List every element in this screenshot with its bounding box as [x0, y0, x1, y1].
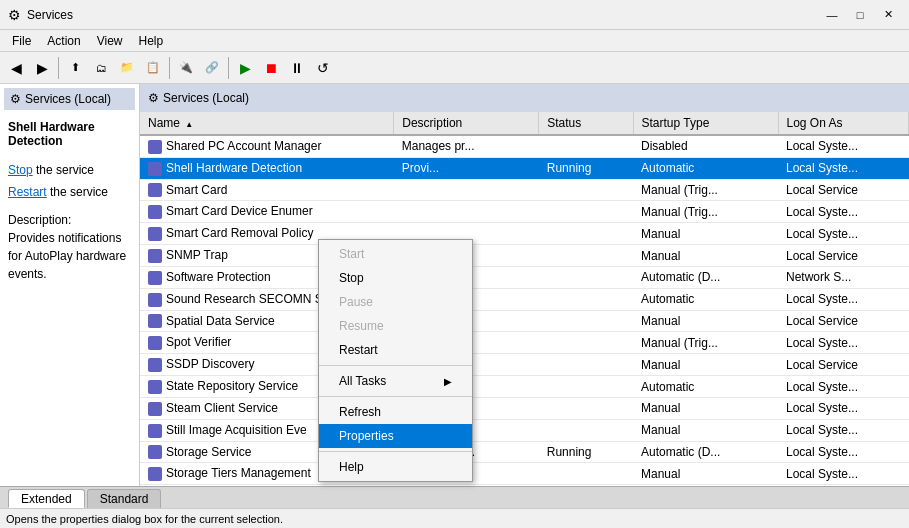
- restart-link[interactable]: Restart: [8, 185, 47, 199]
- title-left: ⚙ Services: [8, 7, 73, 23]
- table-row[interactable]: Smart CardManual (Trig...Local Service: [140, 179, 909, 201]
- table-row[interactable]: Sound Research SECOMN SAutomaticLocal Sy…: [140, 288, 909, 310]
- ctx-item-all-tasks[interactable]: All Tasks▶: [319, 369, 472, 393]
- cell-startup: Manual: [633, 354, 778, 376]
- tb-forward[interactable]: ▶: [30, 56, 54, 80]
- cell-startup: Automatic: [633, 288, 778, 310]
- cell-name: Shared PC Account Manager: [140, 135, 394, 157]
- stop-link[interactable]: Stop: [8, 163, 33, 177]
- tab-extended[interactable]: Extended: [8, 489, 85, 508]
- ctx-item-label: Start: [339, 247, 364, 261]
- table-row[interactable]: Storage ServiceProvides en...RunningAuto…: [140, 441, 909, 463]
- table-row[interactable]: SSDP DiscoveryManualLocal Service: [140, 354, 909, 376]
- ctx-item-label: Restart: [339, 343, 378, 357]
- cell-logon: Local Service: [778, 354, 909, 376]
- table-row[interactable]: Smart Card Removal PolicyManualLocal Sys…: [140, 223, 909, 245]
- tb-disconnect[interactable]: 🔗: [200, 56, 224, 80]
- table-scroll[interactable]: Name ▲ Description Status Startup Type L…: [140, 112, 909, 486]
- tb-properties[interactable]: 📋: [141, 56, 165, 80]
- right-panel-title: Services (Local): [163, 91, 249, 105]
- main-area: ⚙ Services (Local) Shell Hardware Detect…: [0, 84, 909, 486]
- cell-name: Sync Host_154d07: [140, 485, 394, 486]
- ctx-item-restart[interactable]: Restart: [319, 338, 472, 362]
- panel-icon: ⚙: [10, 92, 21, 106]
- desc-text: Provides notifications for AutoPlay hard…: [8, 231, 126, 281]
- tb-connect[interactable]: 🔌: [174, 56, 198, 80]
- tab-standard[interactable]: Standard: [87, 489, 162, 508]
- menu-bar: File Action View Help: [0, 30, 909, 52]
- col-header-status[interactable]: Status: [539, 112, 633, 135]
- cell-startup: Automatic (D...: [633, 485, 778, 486]
- tb-map[interactable]: 🗂: [89, 56, 113, 80]
- cell-logon: Local Syste...: [778, 419, 909, 441]
- ctx-item-start: Start: [319, 242, 472, 266]
- ctx-item-label: Resume: [339, 319, 384, 333]
- tb-folder[interactable]: 📁: [115, 56, 139, 80]
- table-row[interactable]: Shell Hardware DetectionProvi...RunningA…: [140, 157, 909, 179]
- cell-logon: Local Service: [778, 245, 909, 267]
- row-icon: [148, 227, 162, 241]
- cell-logon: Local Syste...: [778, 332, 909, 354]
- ctx-item-stop[interactable]: Stop: [319, 266, 472, 290]
- table-row[interactable]: Sync Host_154d07This service ...RunningA…: [140, 485, 909, 486]
- right-panel-icon: ⚙: [148, 91, 159, 105]
- title-bar: ⚙ Services — □ ✕: [0, 0, 909, 30]
- cell-startup: Automatic: [633, 376, 778, 398]
- right-panel-header: ⚙ Services (Local): [140, 84, 909, 112]
- table-row[interactable]: Shared PC Account ManagerManages pr...Di…: [140, 135, 909, 157]
- cell-logon: Local Syste...: [778, 223, 909, 245]
- menu-file[interactable]: File: [4, 32, 39, 50]
- table-row[interactable]: Storage Tiers ManagementOptimizes t...Ma…: [140, 463, 909, 485]
- col-header-startup[interactable]: Startup Type: [633, 112, 778, 135]
- ctx-separator: [319, 396, 472, 397]
- service-description: Description: Provides notifications for …: [4, 203, 135, 291]
- window-title: Services: [27, 8, 73, 22]
- tb-restart[interactable]: ↺: [311, 56, 335, 80]
- services-table: Name ▲ Description Status Startup Type L…: [140, 112, 909, 486]
- cell-name: Smart Card: [140, 179, 394, 201]
- table-row[interactable]: Smart Card Device EnumerManual (Trig...L…: [140, 201, 909, 223]
- ctx-item-help[interactable]: Help: [319, 455, 472, 479]
- tb-stop[interactable]: ⏹: [259, 56, 283, 80]
- cell-desc: Manages pr...: [394, 135, 539, 157]
- table-row[interactable]: Still Image Acquisition EveManualLocal S…: [140, 419, 909, 441]
- ctx-item-label: All Tasks: [339, 374, 386, 388]
- table-header: Name ▲ Description Status Startup Type L…: [140, 112, 909, 135]
- col-header-name[interactable]: Name ▲: [140, 112, 394, 135]
- table-row[interactable]: Software ProtectionAutomatic (D...Networ…: [140, 266, 909, 288]
- cell-startup: Manual: [633, 419, 778, 441]
- left-panel-title: Services (Local): [25, 92, 111, 106]
- ctx-item-properties[interactable]: Properties: [319, 424, 472, 448]
- cell-startup: Automatic (D...: [633, 441, 778, 463]
- status-text: Opens the properties dialog box for the …: [6, 513, 283, 525]
- cell-status: Running: [539, 485, 633, 486]
- table-row[interactable]: Spatial Data ServiceManualLocal Service: [140, 310, 909, 332]
- row-icon: [148, 467, 162, 481]
- ctx-item-pause: Pause: [319, 290, 472, 314]
- cell-startup: Manual: [633, 245, 778, 267]
- ctx-item-refresh[interactable]: Refresh: [319, 400, 472, 424]
- cell-startup: Manual: [633, 463, 778, 485]
- table-row[interactable]: State Repository ServiceAutomaticLocal S…: [140, 376, 909, 398]
- tb-pause[interactable]: ⏸: [285, 56, 309, 80]
- menu-action[interactable]: Action: [39, 32, 88, 50]
- table-row[interactable]: SNMP TrapManualLocal Service: [140, 245, 909, 267]
- row-icon: [148, 314, 162, 328]
- maximize-button[interactable]: □: [847, 5, 873, 25]
- cell-logon: Local Syste...: [778, 288, 909, 310]
- menu-help[interactable]: Help: [131, 32, 172, 50]
- col-header-desc[interactable]: Description: [394, 112, 539, 135]
- minimize-button[interactable]: —: [819, 5, 845, 25]
- row-icon: [148, 424, 162, 438]
- context-menu: StartStopPauseResumeRestartAll Tasks▶Ref…: [318, 239, 473, 482]
- col-header-logon[interactable]: Log On As: [778, 112, 909, 135]
- menu-view[interactable]: View: [89, 32, 131, 50]
- table-row[interactable]: Spot VerifierManual (Trig...Local Syste.…: [140, 332, 909, 354]
- tb-up[interactable]: ⬆: [63, 56, 87, 80]
- ctx-item-arrow: ▶: [444, 376, 452, 387]
- left-panel: ⚙ Services (Local) Shell Hardware Detect…: [0, 84, 140, 486]
- table-row[interactable]: Steam Client ServiceManualLocal Syste...: [140, 397, 909, 419]
- tb-start[interactable]: ▶: [233, 56, 257, 80]
- close-button[interactable]: ✕: [875, 5, 901, 25]
- tb-back[interactable]: ◀: [4, 56, 28, 80]
